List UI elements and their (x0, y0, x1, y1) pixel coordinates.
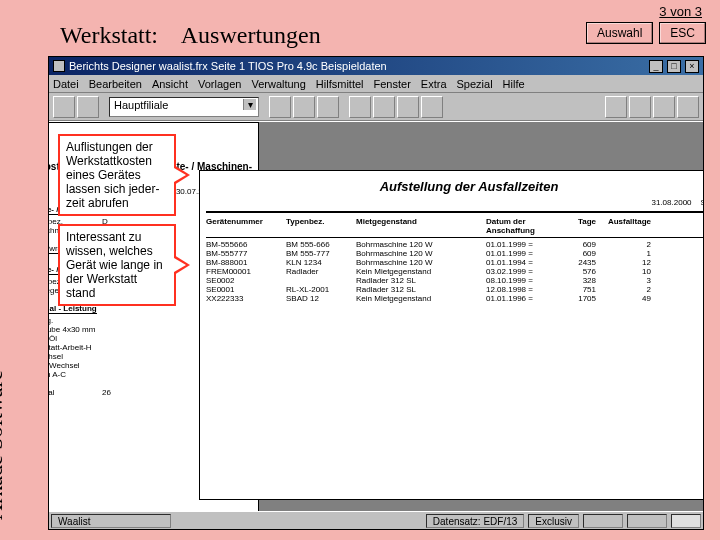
menu-hilfsmittel[interactable]: Hilfsmittel (316, 78, 364, 90)
menu-vorlagen[interactable]: Vorlagen (198, 78, 241, 90)
table-row: SE0002Radlader 312 SL08.10.1999 =3283 (206, 276, 703, 285)
toolbar-button[interactable] (53, 96, 75, 118)
toolbar-button[interactable] (677, 96, 699, 118)
system-menu-icon[interactable] (53, 60, 65, 72)
page-counter: 3 von 3 (659, 4, 702, 19)
menu-ansicht[interactable]: Ansicht (152, 78, 188, 90)
table-row: FREM00001RadladerKein Mietgegenstand03.0… (206, 267, 703, 276)
report2-title: Aufstellung der Ausfallzeiten (206, 179, 703, 194)
status-left: Waalist (51, 514, 171, 528)
branch-combo[interactable]: Hauptfiliale (109, 97, 259, 117)
status-blank (627, 514, 667, 528)
menu-datei[interactable]: Datei (53, 78, 79, 90)
table-row: BM-888001KLN 1234Bohrmaschine 120 W01.01… (206, 258, 703, 267)
title-main: Auswertungen (181, 22, 321, 48)
minimize-button[interactable]: _ (649, 60, 663, 73)
table-row: XX222333SBAD 12Kein Mietgegenstand01.01.… (206, 294, 703, 303)
maximize-button[interactable]: □ (667, 60, 681, 73)
toolbar-button[interactable] (77, 96, 99, 118)
toolbar-button[interactable] (653, 96, 675, 118)
callout-costs: Auflistungen der Werkstattkosten eines G… (58, 134, 176, 216)
report2-header-row: Gerätenummer Typenbez. Mietgegenstand Da… (206, 217, 703, 235)
close-button[interactable]: × (685, 60, 699, 73)
menu-extra[interactable]: Extra (421, 78, 447, 90)
status-mid: Datensatz: EDF/13 (426, 514, 524, 528)
menu-bearbeiten[interactable]: Bearbeiten (89, 78, 142, 90)
status-right: Exclusiv (528, 514, 579, 528)
toolbar-button[interactable] (397, 96, 419, 118)
menu-fenster[interactable]: Fenster (374, 78, 411, 90)
toolbar-button[interactable] (269, 96, 291, 118)
report2-date: 31.08.2000 (651, 198, 691, 207)
toolbar-button[interactable] (421, 96, 443, 118)
toolbar-button[interactable] (349, 96, 371, 118)
statusbar: Waalist Datensatz: EDF/13 Exclusiv (49, 511, 703, 529)
toolbar-button[interactable] (317, 96, 339, 118)
titlebar-text: Berichts Designer waalist.frx Seite 1 TI… (69, 60, 645, 72)
esc-button[interactable]: ESC (659, 22, 706, 44)
brand-label: Arkade Software (0, 370, 8, 520)
table-row: BM-555666BM 555-666Bohrmaschine 120 W01.… (206, 240, 703, 249)
table-row: BM-555777BM 555-777Bohrmaschine 120 W01.… (206, 249, 703, 258)
title-prefix: Werkstatt: (60, 22, 158, 48)
status-blank (583, 514, 623, 528)
toolbar: Hauptfiliale (49, 93, 703, 121)
toolbar-button[interactable] (293, 96, 315, 118)
page-title: Werkstatt: Auswertungen (60, 22, 321, 49)
menu-verwaltung[interactable]: Verwaltung (251, 78, 305, 90)
menu-spezial[interactable]: Spezial (457, 78, 493, 90)
menu-hilfe[interactable]: Hilfe (503, 78, 525, 90)
report2-pagelabel: Seite (700, 198, 703, 207)
toolbar-button[interactable] (605, 96, 627, 118)
callout-downtime: Interessant zu wissen, welches Gerät wie… (58, 224, 176, 306)
toolbar-button[interactable] (629, 96, 651, 118)
toolbar-button[interactable] (373, 96, 395, 118)
report-downtime-sheet: Aufstellung der Ausfallzeiten 31.08.2000… (199, 170, 703, 500)
table-row: SE0001RL-XL-2001Radlader 312 SL12.08.199… (206, 285, 703, 294)
status-indicator (671, 514, 701, 528)
titlebar: Berichts Designer waalist.frx Seite 1 TI… (49, 57, 703, 75)
menubar: Datei Bearbeiten Ansicht Vorlagen Verwal… (49, 75, 703, 93)
auswahl-button[interactable]: Auswahl (586, 22, 653, 44)
